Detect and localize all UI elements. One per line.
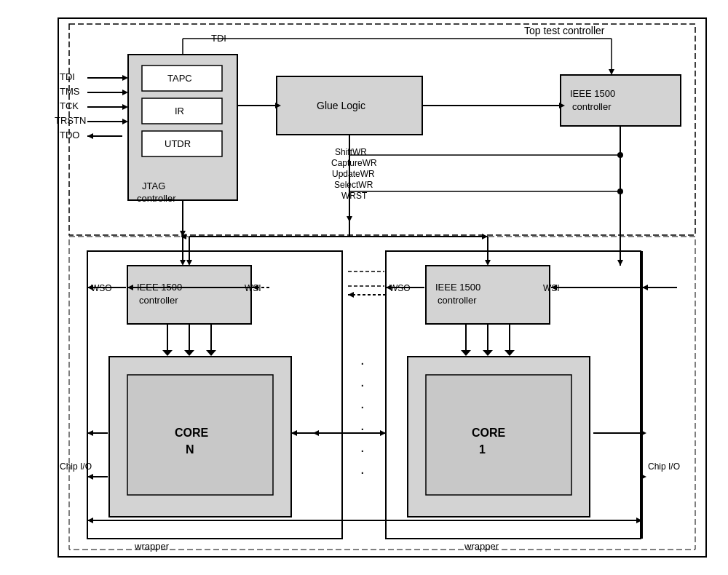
ieee1500-right-label1: IEEE 1500 [435, 282, 480, 293]
chip-io-right-label: Chip I/O [648, 461, 680, 472]
svg-marker-44 [461, 350, 471, 356]
dots-separator2: · [360, 376, 365, 392]
updatewR-label: UpdateWR [332, 169, 375, 179]
top-test-controller-label: Top test controller [524, 25, 605, 36]
input-tck: TCK [60, 100, 79, 111]
ieee1500-top-label2: controller [572, 101, 612, 112]
diagram-container: Top test controller TDI TDI TMS TCK TRST… [15, 11, 713, 564]
jtag-controller-label: JTAG [142, 181, 165, 191]
svg-marker-93 [642, 285, 648, 290]
svg-marker-38 [206, 350, 216, 356]
svg-marker-36 [184, 350, 194, 356]
core-n-label2: N [186, 443, 194, 456]
input-tms: TMS [60, 86, 80, 97]
ieee1500-top-label1: IEEE 1500 [570, 88, 615, 99]
svg-rect-23 [561, 75, 681, 126]
ieee1500-right-label2: controller [438, 295, 477, 306]
jtag-controller-label2: controller [137, 193, 176, 204]
dots-separator3: · [360, 398, 365, 414]
dots-separator6: · [360, 464, 365, 480]
svg-marker-109 [348, 292, 354, 298]
svg-marker-78 [291, 430, 297, 436]
input-trstn: TRSTN [55, 115, 86, 126]
selectwR-label: SelectWR [334, 180, 373, 190]
svg-marker-9 [122, 119, 128, 124]
wrst-label: WRST [341, 191, 368, 201]
utdr-label: UTDR [165, 138, 191, 149]
svg-marker-46 [483, 350, 493, 356]
wrapper-left-label: wrapper [134, 541, 170, 552]
svg-marker-11 [87, 133, 93, 139]
ir-label: IR [175, 106, 184, 116]
core-1-label1: CORE [472, 427, 506, 439]
svg-marker-58 [87, 430, 93, 436]
svg-marker-60 [87, 474, 93, 480]
shiftwR-label: ShiftWR [335, 147, 367, 157]
core-1-label2: 1 [479, 443, 486, 456]
svg-marker-3 [122, 75, 128, 81]
svg-marker-5 [122, 90, 128, 95]
input-tdi: TDI [60, 71, 75, 82]
svg-marker-100 [482, 234, 488, 239]
input-tdo: TDO [60, 130, 79, 140]
svg-marker-80 [313, 430, 319, 436]
capturewR-label: CaptureWR [331, 158, 377, 168]
glue-logic-label: Glue Logic [317, 100, 365, 111]
circuit-diagram: Top test controller TDI TDI TMS TCK TRST… [15, 11, 713, 564]
svg-marker-102 [485, 260, 491, 266]
core-n-label1: CORE [175, 427, 209, 439]
dots-separator: · [360, 354, 365, 370]
svg-marker-7 [122, 104, 128, 110]
wrapper-right-label: wrapper [464, 541, 499, 552]
tapc-label: TAPC [167, 73, 192, 84]
dots-separator5: · [360, 442, 365, 458]
svg-marker-82 [380, 430, 386, 436]
svg-marker-89 [87, 518, 93, 523]
ieee1500-left-label2: controller [139, 295, 178, 306]
svg-marker-87 [180, 260, 186, 266]
svg-marker-48 [505, 350, 515, 356]
svg-marker-104 [186, 260, 192, 266]
svg-marker-56 [386, 285, 392, 290]
svg-marker-34 [162, 350, 173, 356]
svg-marker-52 [87, 285, 93, 290]
svg-marker-22 [609, 69, 614, 75]
